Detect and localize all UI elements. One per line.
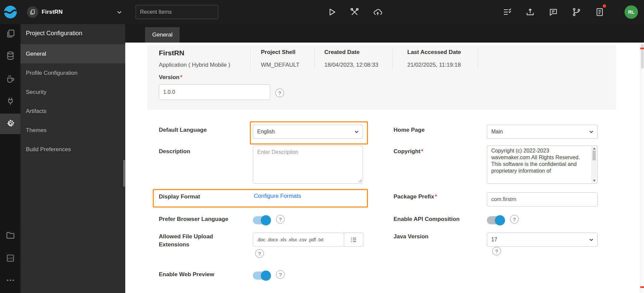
- allowed-file-upload-input[interactable]: [253, 233, 344, 247]
- sidebar-item-general[interactable]: General: [20, 44, 125, 63]
- default-language-label: Default Language: [159, 126, 207, 134]
- resize-handle-icon[interactable]: [358, 179, 362, 183]
- package-prefix-label: Package Prefix*: [394, 193, 437, 201]
- created-date-value: 18/04/2023, 12:08:33: [324, 62, 378, 68]
- nav-settings-button[interactable]: [5, 118, 16, 129]
- extensions-list-button[interactable]: [344, 233, 363, 247]
- scroll-up-icon[interactable]: [593, 148, 596, 150]
- project-subtitle: Application ( Hybrid Mobile ): [159, 62, 230, 68]
- last-accessed-label: Last Accessed Date: [407, 49, 461, 56]
- more-options-icon: [6, 276, 15, 285]
- configure-formats-link[interactable]: Configure Formats: [254, 193, 301, 199]
- copyright-label: Copyright*: [394, 148, 423, 156]
- feedback-button[interactable]: [548, 6, 559, 18]
- wavemaker-logo[interactable]: [3, 4, 18, 20]
- copyright-text: Copyright (c) 2022-2023 wavemaker.com Al…: [487, 146, 591, 183]
- wavemaker-logo-icon: [3, 4, 18, 20]
- description-label: Description: [159, 148, 190, 156]
- left-rail: LOG: [0, 24, 20, 293]
- required-asterisk: *: [180, 74, 182, 80]
- feedback-icon: [549, 7, 558, 17]
- java-version-select[interactable]: 17: [487, 233, 598, 247]
- checklist-icon: [502, 7, 512, 17]
- avatar[interactable]: RL: [625, 5, 638, 19]
- project-configuration-screen: FirstRN: [0, 0, 644, 293]
- chevron-down-icon: [589, 129, 594, 134]
- logs-icon: LOG: [6, 253, 15, 263]
- project-shell-value: WM_DEFAULT: [261, 62, 300, 68]
- enable-web-preview-toggle[interactable]: [253, 272, 270, 280]
- home-page-value: Main: [491, 129, 503, 135]
- sidebar-item-profile-configuration[interactable]: Profile Configuration: [20, 63, 125, 82]
- description-field: [253, 145, 363, 184]
- sidebar-item-build-preferences[interactable]: Build Preferences: [20, 140, 125, 159]
- run-icon: [327, 7, 336, 17]
- nav-java-services-button[interactable]: [5, 73, 16, 84]
- checklist-button[interactable]: [501, 6, 513, 18]
- apis-icon: [6, 97, 15, 106]
- java-version-label: Java Version: [394, 233, 428, 241]
- created-date-label: Created Date: [324, 49, 360, 56]
- java-services-icon: [6, 74, 15, 83]
- git-branch-icon: [572, 7, 581, 17]
- nav-apis-button[interactable]: [5, 96, 16, 107]
- report-button[interactable]: [594, 6, 605, 18]
- enable-web-preview-label: Enable Web Preview: [159, 271, 214, 279]
- sidebar-item-security[interactable]: Security: [20, 82, 125, 102]
- nav-pages-button[interactable]: [5, 28, 16, 39]
- chevron-down-icon[interactable]: [117, 9, 122, 15]
- prefer-browser-language-label: Prefer Browser Language: [159, 215, 228, 223]
- pages-icon: [6, 29, 15, 38]
- description-textarea[interactable]: [253, 145, 363, 184]
- nav-files-button[interactable]: [5, 230, 16, 241]
- sidebar-title: Project Configuration: [26, 30, 82, 37]
- display-format-label: Display Format: [159, 193, 200, 201]
- info-divider: [392, 48, 393, 69]
- nav-more-button[interactable]: [5, 275, 16, 286]
- sidebar-item-artifacts[interactable]: Artifacts: [20, 102, 125, 121]
- deploy-button[interactable]: [372, 6, 383, 18]
- settings-gear-icon: [6, 119, 15, 128]
- tools-icon: [350, 7, 359, 17]
- help-icon[interactable]: ?: [275, 89, 284, 97]
- tools-button[interactable]: [349, 6, 360, 18]
- help-icon[interactable]: ?: [255, 249, 264, 258]
- recent-items-input[interactable]: [136, 5, 218, 19]
- help-icon[interactable]: ?: [276, 215, 285, 224]
- help-icon[interactable]: ?: [492, 247, 501, 255]
- required-asterisk: *: [421, 148, 423, 155]
- main-scrollbar[interactable]: [640, 43, 644, 293]
- export-button[interactable]: [524, 6, 536, 18]
- project-info-panel: [147, 45, 616, 110]
- default-language-value: English: [257, 129, 275, 135]
- sidebar-item-themes[interactable]: Themes: [20, 121, 125, 140]
- help-icon[interactable]: ?: [510, 215, 519, 224]
- nav-database-button[interactable]: [5, 50, 16, 61]
- home-page-select[interactable]: Main: [487, 125, 598, 139]
- enable-api-composition-toggle[interactable]: [487, 216, 504, 224]
- sidebar: Project Configuration General Profile Co…: [20, 24, 125, 293]
- toggle-knob: [261, 215, 271, 225]
- scroll-down-icon[interactable]: [593, 180, 596, 182]
- nav-logs-button[interactable]: LOG: [5, 253, 16, 263]
- sidebar-scrollbar[interactable]: [123, 160, 125, 187]
- copyright-textarea[interactable]: Copyright (c) 2022-2023 wavemaker.com Al…: [487, 145, 598, 184]
- list-icon: [350, 236, 357, 243]
- info-divider: [250, 48, 251, 69]
- help-icon[interactable]: ?: [276, 270, 285, 279]
- default-language-select[interactable]: English: [253, 125, 363, 139]
- info-divider: [314, 48, 315, 69]
- enable-api-composition-label: Enable API Composition: [394, 215, 460, 223]
- copyright-scrollbar[interactable]: [592, 146, 597, 183]
- last-accessed-value: 21/02/2025, 11:19:18: [407, 62, 461, 68]
- package-prefix-input[interactable]: [487, 192, 598, 207]
- run-button[interactable]: [326, 6, 337, 18]
- prefer-browser-language-toggle[interactable]: [253, 216, 270, 224]
- scroll-marker-top: [640, 48, 644, 49]
- version-input[interactable]: [159, 84, 270, 100]
- git-branch-button[interactable]: [571, 6, 582, 18]
- info-divider: [478, 48, 478, 69]
- tab-general[interactable]: General: [145, 27, 180, 43]
- home-page-label: Home Page: [394, 126, 425, 134]
- scroll-thumb[interactable]: [593, 151, 596, 160]
